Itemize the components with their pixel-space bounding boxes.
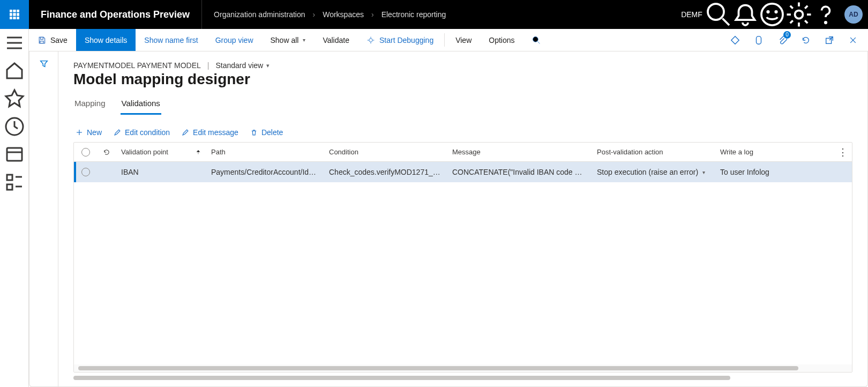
bell-icon (732, 1, 759, 28)
grid-horizontal-scrollbar[interactable] (74, 364, 852, 372)
page-options-button[interactable] (748, 29, 769, 51)
svg-point-15 (825, 22, 827, 24)
svg-rect-20 (7, 148, 22, 161)
smiley-icon (759, 1, 785, 28)
row-select[interactable] (74, 168, 98, 176)
breadcrumb-item[interactable]: Organization administration (214, 10, 305, 19)
table-row[interactable]: IBAN Payments/CreditorAccount/Iden… Chec… (74, 162, 852, 182)
svg-rect-7 (13, 17, 16, 19)
close-button[interactable] (842, 29, 864, 51)
tab-mapping[interactable]: Mapping (73, 95, 107, 115)
grid-refresh[interactable] (98, 148, 116, 156)
notifications-button[interactable] (732, 0, 759, 29)
nav-recent[interactable] (4, 119, 25, 134)
view-selector[interactable]: Standard view ▾ (215, 61, 270, 70)
attachments-badge: 0 (783, 31, 791, 39)
clock-icon (4, 116, 25, 137)
col-write-log[interactable]: Write a log (715, 148, 834, 156)
view-menu[interactable]: View (447, 29, 480, 51)
chevron-right-icon: › (313, 10, 316, 19)
options-menu[interactable]: Options (480, 29, 523, 51)
tab-validations[interactable]: Validations (121, 95, 161, 115)
save-button[interactable]: Save (29, 29, 76, 51)
home-icon (4, 60, 25, 81)
hamburger-icon (4, 32, 25, 54)
sort-indicator[interactable] (191, 149, 206, 155)
company-picker[interactable]: DEMF (678, 0, 705, 29)
star-icon (4, 88, 25, 109)
nav-workspaces[interactable] (4, 147, 25, 162)
feedback-button[interactable] (759, 0, 785, 29)
validate-button[interactable]: Validate (314, 29, 358, 51)
col-validation-point[interactable]: Validation point (116, 148, 191, 156)
page-horizontal-scrollbar[interactable] (73, 375, 848, 381)
personalize-button[interactable] (724, 29, 746, 51)
action-search-button[interactable] (523, 29, 549, 51)
svg-rect-0 (10, 10, 12, 12)
svg-point-33 (533, 36, 538, 42)
svg-point-9 (708, 4, 724, 20)
group-view-button[interactable]: Group view (207, 29, 262, 51)
svg-rect-23 (7, 184, 12, 190)
col-path[interactable]: Path (206, 148, 324, 156)
col-post-action[interactable]: Post-validation action (592, 148, 715, 156)
edit-condition-button[interactable]: Edit condition (114, 128, 170, 137)
svg-rect-35 (757, 36, 761, 43)
waffle-icon (10, 10, 19, 19)
svg-rect-3 (10, 13, 12, 16)
col-message[interactable]: Message (447, 148, 592, 156)
attachments-button[interactable]: 0 (772, 29, 793, 51)
svg-line-10 (723, 19, 730, 26)
new-button[interactable]: New (76, 128, 102, 137)
delete-button[interactable]: Delete (250, 128, 283, 137)
help-button[interactable] (812, 0, 839, 29)
filter-pane-toggle[interactable] (29, 51, 58, 386)
select-all[interactable] (74, 148, 98, 157)
chevron-down-icon: ▾ (702, 169, 705, 175)
nav-modules[interactable] (4, 175, 25, 190)
col-condition[interactable]: Condition (324, 148, 447, 156)
settings-button[interactable] (785, 0, 812, 29)
popout-button[interactable] (819, 29, 840, 51)
svg-rect-26 (41, 37, 43, 39)
cell-post-action[interactable]: Stop execution (raise an error) ▾ (592, 168, 715, 176)
show-details-button[interactable]: Show details (76, 29, 136, 51)
cell-validation-point: IBAN (116, 168, 191, 176)
refresh-button[interactable] (795, 29, 817, 51)
debug-icon (366, 36, 375, 44)
show-name-first-button[interactable]: Show name first (136, 29, 206, 51)
svg-rect-22 (7, 175, 12, 180)
tab-list: Mapping Validations (73, 95, 852, 115)
edit-message-button[interactable]: Edit message (182, 128, 238, 137)
filter-icon (39, 59, 49, 69)
svg-point-14 (795, 11, 803, 19)
diamond-icon (730, 35, 740, 45)
save-icon (38, 36, 46, 44)
chevron-down-icon: ▾ (266, 62, 270, 69)
svg-rect-4 (13, 13, 16, 16)
breadcrumb-item[interactable]: Electronic reporting (381, 10, 446, 19)
nav-favorites[interactable] (4, 91, 25, 106)
action-pane: Save Show details Show name first Group … (29, 29, 868, 51)
breadcrumb-item[interactable]: Workspaces (323, 10, 364, 19)
svg-rect-27 (40, 41, 43, 43)
nav-home[interactable] (4, 63, 25, 78)
show-all-dropdown[interactable]: Show all▾ (262, 29, 315, 51)
chevron-down-icon: ▾ (303, 37, 305, 43)
model-ref: PAYMENTMODEL PAYMENT MODEL (73, 61, 201, 70)
nav-expand-button[interactable] (4, 35, 25, 50)
grid-header: Validation point Path Condition Message … (74, 143, 852, 162)
search-button[interactable] (705, 0, 732, 29)
app-title: Finance and Operations Preview (29, 0, 202, 29)
help-icon (812, 1, 839, 28)
pencil-icon (114, 129, 121, 136)
page-header: PAYMENTMODEL PAYMENT MODEL | Standard vi… (73, 61, 852, 95)
grid-column-options[interactable]: ⋮ (834, 146, 852, 158)
app-launcher-button[interactable] (0, 0, 29, 29)
start-debugging-button[interactable]: Start Debugging (358, 29, 442, 51)
svg-rect-2 (17, 10, 19, 12)
cell-condition: Check_codes.verifyMOD1271_3… (324, 168, 447, 176)
user-avatar[interactable]: AD (844, 5, 863, 24)
cell-write-log: To user Infolog (715, 168, 834, 176)
pencil-icon (182, 129, 189, 136)
